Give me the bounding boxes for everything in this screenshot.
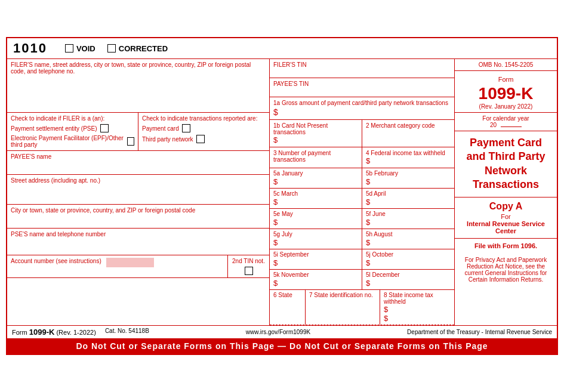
fed-income-box: 4 Federal income tax withheld $: [362, 147, 454, 168]
city-label: City or town, state or province, country…: [11, 207, 195, 214]
void-checkbox[interactable]: [65, 44, 73, 53]
check-transactions-label: Check to indicate transactions reported …: [142, 115, 257, 122]
top-header: 1010 VOID CORRECTED: [7, 38, 557, 59]
state-6-cell: 6 State: [270, 290, 306, 325]
street-address-box: Street address (including apt. no.): [7, 175, 269, 205]
month-pair-row: 5i September $ 5j October $: [270, 249, 454, 270]
payment-card-label: Payment card: [142, 125, 179, 132]
pse-name-label: PSE'S name and telephone number: [11, 231, 106, 237]
account-number-box: Account number (see instructions): [7, 255, 227, 277]
left-column: FILER'S name, street address, city or to…: [7, 59, 270, 325]
state-id-label: 7 State identification no.: [309, 292, 373, 298]
form-1099k-box: Form 1099-K (Rev. January 2022): [455, 71, 557, 112]
third-party-label: Third party network: [142, 136, 193, 143]
third-party-checkbox[interactable]: [196, 135, 205, 143]
month-cell-5a: 5a January $: [270, 168, 362, 188]
state-dollar-1: $: [384, 305, 451, 314]
month-pair-row: 5g July $ 5h August $: [270, 229, 454, 249]
payment-card-checkbox[interactable]: [182, 124, 190, 132]
card-not-present-label: 1b Card Not Present transactions: [273, 122, 328, 135]
gross-amount-label: 1a Gross amount of payment card/third pa…: [273, 100, 448, 106]
epf-checkbox[interactable]: [127, 137, 134, 146]
card-merchant-row: 1b Card Not Present transactions $ 2 Mer…: [270, 120, 454, 147]
check-transactions-box: Check to indicate transactions reported …: [138, 113, 269, 150]
do-not-cut-banner: Do Not Cut or Separate Forms on This Pag…: [7, 338, 557, 354]
footer-left: Form 1099-K (Rev. 1-2022) Cat. No. 54118…: [12, 328, 149, 337]
calendar-label: For calendar year: [482, 115, 529, 122]
tin-not-label: 2nd TIN not.: [232, 258, 265, 264]
fed-income-dollar: $: [366, 156, 451, 165]
month-cell-5c: 5c March $: [270, 189, 362, 208]
merchant-category-box: 2 Merchant category code: [362, 120, 454, 147]
month-cell-5b: 5b February $: [362, 168, 454, 188]
payee-tin-label: PAYEE'S TIN: [273, 81, 309, 87]
void-label: VOID: [76, 44, 95, 53]
title-box: Payment Card and Third Party Network Tra…: [455, 131, 557, 197]
gross-amount-dollar: $: [273, 107, 451, 117]
rev-date: (Rev. January 2022): [458, 103, 553, 110]
copy-a-for: For: [458, 213, 553, 220]
corrected-label: CORRECTED: [119, 44, 168, 53]
payee-tin-box: PAYEE'S TIN: [270, 78, 454, 97]
form-year-number: 1010: [13, 41, 47, 56]
month-cell-5k: 5k November $: [270, 270, 362, 289]
check-filer-box: Check to indicate if FILER is a (an): Pa…: [7, 113, 138, 150]
void-checkbox-item: VOID: [65, 44, 95, 53]
calendar-year: 20: [490, 122, 497, 128]
account-number-label: Account number (see instructions): [11, 258, 101, 264]
gross-amount-box: 1a Gross amount of payment card/third pa…: [270, 97, 454, 120]
right-column: OMB No. 1545-2205 Form 1099-K (Rev. Janu…: [455, 59, 557, 325]
payee-name-label: PAYEE'S name: [11, 153, 51, 160]
void-corrected-section: VOID CORRECTED: [65, 44, 168, 53]
fed-income-label: 4 Federal income tax withheld: [366, 150, 445, 156]
check-filer-label: Check to indicate if FILER is a (an):: [11, 115, 104, 122]
footer-rev-label: (Rev. 1-2022): [56, 329, 95, 336]
omb-label: OMB No. 1545-2205: [479, 61, 534, 68]
month-cell-5d: 5d April $: [362, 189, 454, 208]
state-income-tax-cell: 8 State income tax withheld $ $: [380, 290, 454, 325]
month-cell-5l: 5l December $: [362, 270, 454, 289]
footer-form: Form 1099-K (Rev. 1-2022): [12, 328, 96, 337]
filer-tin-box: FILER'S TIN: [270, 59, 454, 78]
footer-row: Form 1099-K (Rev. 1-2022) Cat. No. 54118…: [7, 325, 557, 338]
tin-not-checkbox[interactable]: [245, 267, 253, 275]
month-pair-row: 5a January $ 5b February $: [270, 168, 454, 189]
corrected-checkbox-item: CORRECTED: [107, 44, 168, 53]
card-not-present-dollar: $: [273, 135, 358, 144]
corrected-checkbox[interactable]: [107, 44, 116, 53]
state-row: 6 State 7 State identification no. 8 Sta…: [270, 290, 454, 325]
footer-cat-label: Cat. No. 54118B: [105, 328, 149, 337]
middle-column: FILER'S TIN PAYEE'S TIN 1a Gross amount …: [270, 59, 455, 325]
monthly-grid: 5a January $ 5b February $ 5c March $ 5d…: [270, 168, 454, 290]
file-with-label: File with Form 1096.: [474, 242, 537, 249]
num-fed-row: 3 Number of payment transactions 4 Feder…: [270, 147, 454, 168]
do-not-cut-text: Do Not Cut or Separate Forms on This Pag…: [76, 341, 488, 351]
filer-name-label: FILER'S name, street address, city or to…: [11, 61, 251, 75]
account-number-field[interactable]: [106, 258, 154, 267]
omb-box: OMB No. 1545-2205: [455, 59, 557, 71]
epf-row: Electronic Payment Facilitator (EPF)/Oth…: [11, 135, 134, 148]
num-payment-box: 3 Number of payment transactions: [270, 147, 362, 168]
copy-a-box: Copy A For Internal Revenue Service Cent…: [455, 197, 557, 238]
tin-not-box: 2nd TIN not.: [227, 255, 269, 277]
form-number-large: 1099-K: [458, 84, 553, 103]
month-pair-row: 5e May $ 5f June $: [270, 209, 454, 229]
file-with-box: File with Form 1096.: [455, 238, 557, 253]
pse-label: Payment settlement entity (PSE): [11, 125, 97, 132]
state-label: 6 State: [273, 292, 292, 298]
card-not-present-box: 1b Card Not Present transactions $: [270, 120, 362, 147]
calendar-box: For calendar year 20: [455, 112, 557, 131]
state-income-label: 8 State income tax withheld: [384, 292, 433, 305]
main-body: FILER'S name, street address, city or to…: [7, 59, 557, 325]
state-id-cell: 7 State identification no.: [306, 290, 380, 325]
privacy-text: For Privacy Act and Paperwork Reduction …: [465, 257, 547, 283]
pse-checkbox[interactable]: [100, 124, 109, 132]
month-cell-5g: 5g July $: [270, 229, 362, 249]
footer-website: www.irs.gov/Form1099K: [246, 329, 310, 335]
month-cell-5j: 5j October $: [362, 249, 454, 269]
footer-form-number: 1099-K: [29, 328, 55, 337]
form-label-small: Form: [498, 76, 514, 83]
payee-name-box: PAYEE'S name: [7, 151, 269, 175]
merchant-category-label: 2 Merchant category code: [366, 122, 435, 129]
copy-a-title: Copy A: [458, 201, 553, 212]
